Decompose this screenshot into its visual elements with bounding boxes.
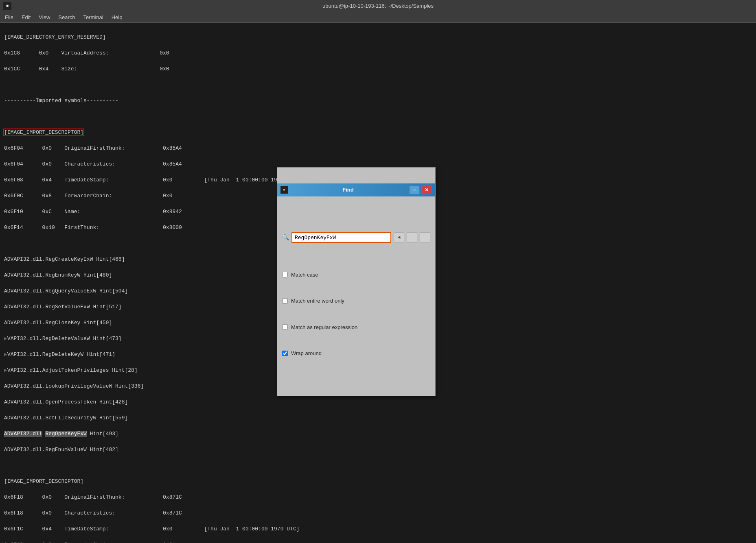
terminal-line: 0x1CC 0x4 Size: 0x0 [4, 65, 752, 73]
highlighted-image-import: [IMAGE_IMPORT_DESCRIPTOR] [4, 129, 83, 135]
find-prev-button[interactable]: ▲ [407, 232, 417, 243]
selected-dll: ADVAPI32.dll [4, 431, 42, 437]
menu-view[interactable]: View [35, 13, 53, 21]
find-option-match-regex: Match as regular expression [282, 323, 430, 331]
terminal-line: ADVAPI32.dll.SetFileSecurityW Hint[559] [4, 414, 752, 422]
window-icon: ■ [3, 2, 11, 10]
match-case-label[interactable]: Match case [291, 271, 318, 279]
terminal-line: [IMAGE_IMPORT_DESCRIPTOR] [4, 129, 752, 137]
match-word-checkbox[interactable] [282, 298, 288, 304]
find-option-match-case: Match case [282, 271, 430, 279]
menu-help[interactable]: Help [108, 13, 126, 21]
terminal-line: [IMAGE_IMPORT_DESCRIPTOR] [4, 478, 752, 486]
title-bar: ■ ubuntu@ip-10-10-193-116: ~/Desktop/Sam… [0, 0, 756, 12]
menu-terminal[interactable]: Terminal [80, 13, 107, 21]
terminal-line: 0x6F04 0x0 OriginalFirstThunk: 0x85A4 [4, 144, 752, 153]
find-search-input[interactable] [291, 232, 391, 243]
match-case-checkbox[interactable] [282, 272, 288, 277]
terminal-line [4, 113, 752, 121]
find-dialog-close[interactable]: ✕ [421, 185, 432, 194]
terminal-line: ADVAPI32.dll.OpenProcessToken Hint[428] [4, 398, 752, 406]
terminal-line: ----------Imported symbols---------- [4, 97, 752, 105]
find-input-row: 🔍 ◄ ▲ ▼ [282, 232, 430, 243]
terminal-line: [IMAGE_DIRECTORY_ENTRY_RESERVED] [4, 33, 752, 41]
wrap-around-label[interactable]: Wrap around [291, 349, 322, 358]
terminal-line: 0x6F20 0x8 ForwarderChain: 0x0 [4, 541, 752, 543]
find-dialog-icon: ■ [280, 186, 288, 194]
terminal-line: 0x6F18 0x0 OriginalFirstThunk: 0x871C [4, 493, 752, 502]
app-icon: ■ [6, 4, 9, 8]
menu-file[interactable]: File [2, 13, 17, 21]
terminal-line-highlighted: ADVAPI32.dll RegOpenKeyExW Hint[493] [4, 430, 752, 438]
find-option-wrap-around: Wrap around [282, 349, 430, 358]
find-option-match-word: Match entire word only [282, 297, 430, 305]
terminal-line: 0x1C8 0x0 VirtualAddress: 0x0 [4, 49, 752, 57]
find-dialog-minimize[interactable]: − [409, 185, 420, 194]
find-dialog-titlebar: ■ Find − ✕ [277, 183, 435, 196]
search-icon: 🔍 [282, 233, 289, 242]
selected-function: RegOpenKeyExW [45, 431, 86, 437]
terminal-line [4, 462, 752, 470]
terminal-line: 0x6F18 0x0 Characteristics: 0x871C [4, 509, 752, 517]
find-next-button[interactable]: ▼ [420, 232, 430, 243]
match-regex-label[interactable]: Match as regular expression [291, 323, 357, 331]
match-word-label[interactable]: Match entire word only [291, 297, 344, 305]
menu-search[interactable]: Search [55, 13, 78, 21]
terminal-line: ADVAPI32.dll.RegEnumValueW Hint[482] [4, 446, 752, 454]
find-dialog-title: Find [288, 186, 408, 194]
find-dialog-body: 🔍 ◄ ▲ ▼ Match case Match entire word onl… [277, 212, 435, 380]
menu-edit[interactable]: Edit [18, 13, 34, 21]
terminal-content: [IMAGE_DIRECTORY_ENTRY_RESERVED] 0x1C8 0… [0, 23, 756, 543]
terminal-line [4, 81, 752, 89]
find-clear-button[interactable]: ◄ [394, 232, 404, 243]
wrap-around-checkbox[interactable] [282, 351, 288, 356]
menu-bar: File Edit View Search Terminal Help [0, 12, 756, 23]
find-dialog: ■ Find − ✕ 🔍 ◄ ▲ ▼ Match case [277, 167, 436, 396]
match-regex-checkbox[interactable] [282, 324, 288, 330]
terminal-line: 0x6F1C 0x4 TimeDateStamp: 0x0 [Thu Jan 1… [4, 525, 752, 533]
window-title: ubuntu@ip-10-10-193-116: ~/Desktop/Sampl… [322, 3, 434, 9]
